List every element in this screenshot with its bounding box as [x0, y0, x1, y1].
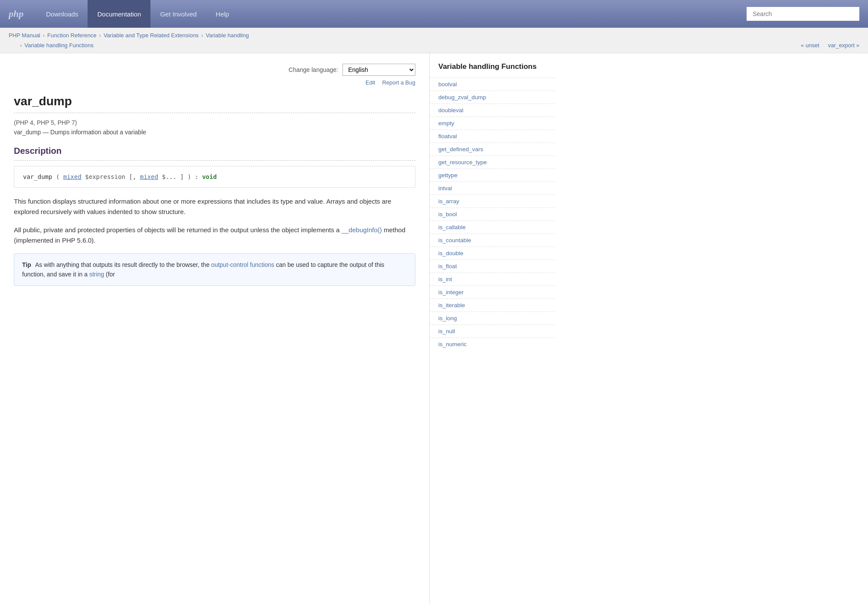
debug-info-link[interactable]: __debugInfo()	[341, 226, 382, 234]
list-item: debug_zval_dump	[430, 91, 555, 104]
edit-link[interactable]: Edit	[365, 79, 375, 86]
code-paren-close: ) :	[187, 173, 202, 180]
sidebar-link-empty[interactable]: empty	[430, 117, 555, 130]
code-type-mixed-2[interactable]: mixed	[140, 173, 158, 180]
edit-links: Edit Report a Bug	[14, 79, 415, 86]
list-item: is_float	[430, 260, 555, 273]
list-item: is_null	[430, 325, 555, 338]
function-description: var_dump — Dumps information about a var…	[14, 129, 415, 136]
sidebar-link-is-int[interactable]: is_int	[430, 273, 555, 286]
breadcrumb-sep-4: ›	[20, 42, 22, 49]
language-label: Change language:	[289, 66, 338, 73]
code-param-varargs: $...	[162, 173, 176, 180]
top-navigation: php Downloads Documentation Get Involved…	[0, 0, 868, 28]
sidebar-link-is-array[interactable]: is_array	[430, 195, 555, 208]
list-item: empty	[430, 117, 555, 130]
list-item: floatval	[430, 130, 555, 143]
output-control-link[interactable]: output-control functions	[211, 261, 274, 268]
nav-downloads[interactable]: Downloads	[36, 0, 88, 28]
language-selector-row: Change language: English German Spanish …	[14, 64, 415, 76]
body-paragraph-1: This function displays structured inform…	[14, 196, 415, 217]
breadcrumb-variable-handling-functions[interactable]: Variable handling Functions	[24, 42, 93, 49]
tip-box: Tip As with anything that outputs its re…	[14, 253, 415, 286]
sidebar-link-intval[interactable]: intval	[430, 182, 555, 195]
sidebar-link-floatval[interactable]: floatval	[430, 130, 555, 143]
list-item: is_callable	[430, 221, 555, 234]
sidebar-title: Variable handling Functions	[430, 62, 555, 78]
tip-label: Tip	[22, 261, 31, 268]
nav-links: Downloads Documentation Get Involved Hel…	[36, 0, 238, 28]
list-item: gettype	[430, 169, 555, 182]
sidebar-link-get-defined-vars[interactable]: get_defined_vars	[430, 143, 555, 156]
sidebar-link-is-numeric[interactable]: is_numeric	[430, 338, 555, 351]
list-item: is_long	[430, 312, 555, 325]
code-function-name: var_dump	[23, 173, 52, 180]
function-title: var_dump	[14, 94, 415, 113]
prev-next-nav: « unset var_export »	[801, 42, 859, 49]
sidebar-link-is-float[interactable]: is_float	[430, 260, 555, 273]
code-type-mixed-1[interactable]: mixed	[63, 173, 82, 180]
list-item: get_defined_vars	[430, 143, 555, 156]
sidebar-link-get-resource-type[interactable]: get_resource_type	[430, 156, 555, 169]
code-bracket-open: [,	[129, 173, 140, 180]
sidebar-link-is-iterable[interactable]: is_iterable	[430, 299, 555, 312]
report-bug-link[interactable]: Report a Bug	[382, 79, 415, 86]
list-item: is_double	[430, 247, 555, 260]
sidebar-link-is-null[interactable]: is_null	[430, 325, 555, 338]
tip-pre: As with anything that outputs its result…	[35, 261, 211, 268]
nav-help[interactable]: Help	[206, 0, 239, 28]
breadcrumb-variable-handling[interactable]: Variable handling	[206, 32, 249, 39]
breadcrumb-sep-1: ›	[43, 32, 45, 39]
body-p2-pre: All public, private and protected proper…	[14, 226, 341, 234]
nav-documentation[interactable]: Documentation	[88, 0, 150, 28]
breadcrumb: PHP Manual › Function Reference › Variab…	[0, 28, 868, 53]
code-return-type: void	[202, 173, 217, 180]
search-input[interactable]	[747, 7, 859, 21]
sidebar-link-debug-zval-dump[interactable]: debug_zval_dump	[430, 91, 555, 104]
list-item: is_array	[430, 195, 555, 208]
list-item: is_countable	[430, 234, 555, 247]
list-item: get_resource_type	[430, 156, 555, 169]
list-item: doubleval	[430, 104, 555, 117]
breadcrumb-variable-type[interactable]: Variable and Type Related Extensions	[104, 32, 199, 39]
sidebar-link-is-bool[interactable]: is_bool	[430, 208, 555, 221]
breadcrumb-sep-3: ›	[201, 32, 203, 39]
language-select[interactable]: English German Spanish French Japanese B…	[343, 64, 415, 76]
nav-get-involved[interactable]: Get Involved	[150, 0, 206, 28]
sidebar-link-is-callable[interactable]: is_callable	[430, 221, 555, 234]
version-info: (PHP 4, PHP 5, PHP 7)	[14, 119, 415, 126]
list-item: is_iterable	[430, 299, 555, 312]
body-paragraph-2: All public, private and protected proper…	[14, 225, 415, 246]
description-heading: Description	[14, 146, 415, 161]
sidebar-link-is-long[interactable]: is_long	[430, 312, 555, 325]
breadcrumb-php-manual[interactable]: PHP Manual	[9, 32, 40, 39]
php-logo: php	[9, 8, 23, 19]
list-item: intval	[430, 182, 555, 195]
list-item: boolval	[430, 78, 555, 91]
breadcrumb-sep-2: ›	[99, 32, 101, 39]
sidebar-link-gettype[interactable]: gettype	[430, 169, 555, 182]
main-layout: Change language: English German Spanish …	[0, 53, 868, 604]
code-signature-block: var_dump ( mixed $expression [, mixed $.…	[14, 166, 415, 188]
sidebar-link-is-integer[interactable]: is_integer	[430, 286, 555, 299]
tip-post: (for	[106, 271, 115, 278]
code-paren-open: (	[56, 173, 63, 180]
list-item: is_int	[430, 273, 555, 286]
next-link[interactable]: var_export »	[828, 42, 859, 49]
string-link[interactable]: string	[89, 271, 104, 278]
list-item: is_bool	[430, 208, 555, 221]
code-param-expression: $expression	[85, 173, 125, 180]
sidebar-link-boolval[interactable]: boolval	[430, 78, 555, 91]
sidebar-link-is-double[interactable]: is_double	[430, 247, 555, 260]
content-area: Change language: English German Spanish …	[0, 53, 429, 604]
sidebar-link-is-countable[interactable]: is_countable	[430, 234, 555, 247]
prev-link[interactable]: « unset	[801, 42, 819, 49]
code-bracket-close: ]	[180, 173, 184, 180]
sidebar: Variable handling Functions boolval debu…	[429, 53, 555, 604]
list-item: is_integer	[430, 286, 555, 299]
sidebar-function-list: boolval debug_zval_dump doubleval empty …	[430, 78, 555, 351]
sidebar-link-doubleval[interactable]: doubleval	[430, 104, 555, 117]
breadcrumb-function-reference[interactable]: Function Reference	[47, 32, 96, 39]
list-item: is_numeric	[430, 338, 555, 351]
